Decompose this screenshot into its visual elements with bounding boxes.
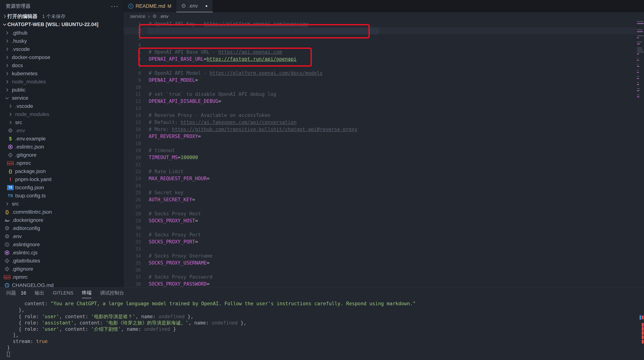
tree-item-pnpm-lock.yaml[interactable]: !pnpm-lock.yaml (0, 175, 123, 184)
tree-item-.gitignore[interactable]: .gitignore (0, 265, 123, 273)
tree-item-.commitlintrc.json[interactable]: {}.commitlintrc.json (0, 208, 123, 216)
tree-item-public[interactable]: public (0, 86, 123, 94)
code-line-17[interactable]: 17API_REVERSE_PROXY= (124, 133, 644, 140)
tab-env[interactable]: ⚙ .env ● (176, 0, 212, 12)
tree-item-.npmrc[interactable]: npm.npmrc (0, 159, 123, 167)
tree-item-.env[interactable]: ⚙.env (0, 126, 123, 135)
tree-item-kubernetes[interactable]: kubernetes (0, 69, 123, 78)
line-number: 8 (124, 70, 141, 76)
terminal[interactable]: content: "You are ChatGPT, a large langu… (0, 298, 644, 358)
tree-item-docker-compose[interactable]: docker-compose (0, 53, 123, 61)
code-line-32[interactable]: 32SOCKS_PROXY_PORT= (124, 238, 644, 245)
code-text: OPENAI_API_DISABLE_DEBUG= (149, 98, 221, 104)
tree-item-.eslintignore[interactable]: .eslintignore (0, 241, 123, 249)
code-line-23[interactable]: 23MAX_REQUEST_PER_HOUR= (124, 175, 644, 182)
tree-item-.npmrc[interactable]: npm.npmrc (0, 273, 123, 281)
tree-item-.eslintrc.cjs[interactable]: .eslintrc.cjs (0, 249, 123, 257)
code-line-1[interactable]: 1# OpenAI API Key - https://platform.ope… (124, 20, 644, 27)
tree-item-label: .github (12, 30, 28, 36)
minimap-line-mark (637, 47, 642, 48)
code-line-11[interactable]: 11# set `true` to disable OpenAI API deb… (124, 91, 644, 98)
code-line-38[interactable]: 38SOCKS_PROXY_PASSWORD= (124, 281, 644, 288)
code-line-19[interactable]: 19# timeout (124, 147, 644, 154)
tree-item-.dockerignore[interactable]: .dockerignore (0, 216, 123, 224)
line-number: 25 (124, 190, 141, 195)
code-line-5[interactable]: 5# OpenAI API Base URL - https://api.ope… (124, 48, 644, 55)
code-line-8[interactable]: 8# OpenAI API Model - https://platform.o… (124, 69, 644, 77)
code-line-27[interactable]: 27 (124, 203, 644, 210)
code-line-18[interactable]: 18 (124, 140, 644, 147)
code-line-10[interactable]: 10 (124, 84, 644, 91)
tree-item-label: .husky (12, 38, 27, 44)
chevron-down-icon (2, 22, 8, 27)
code-line-16[interactable]: 16# More: https://github.com/transitive-… (124, 126, 644, 133)
chevron-right-icon (7, 112, 14, 117)
code-text: # Socks Proxy Port (149, 232, 201, 238)
tree-item-.vscode[interactable]: .vscode (0, 45, 123, 53)
code-line-3[interactable]: 3 (124, 34, 644, 41)
tree-item-src[interactable]: src (0, 200, 123, 208)
code-line-12[interactable]: 12OPENAI_API_DISABLE_DEBUG= (124, 98, 644, 105)
code-line-28[interactable]: 28# Socks Proxy Host (124, 210, 644, 217)
tab-readme[interactable]: i README.md M (124, 0, 176, 12)
tree-item-package.json[interactable]: {}package.json (0, 167, 123, 175)
panel-tab-output[interactable]: 输出 (35, 288, 44, 298)
tree-item-src[interactable]: src (0, 118, 123, 126)
breadcrumb-file[interactable]: .env (160, 13, 168, 19)
tree-item-.env.example[interactable]: $.env.example (0, 135, 123, 143)
code-line-6[interactable]: 6OPENAI_API_BASE_URL=https://fastgpt.run… (124, 55, 644, 62)
code-line-22[interactable]: 22# Rate Limit (124, 168, 644, 175)
code-line-21[interactable]: 21 (124, 161, 644, 168)
more-actions-icon[interactable]: ··· (111, 2, 118, 10)
code-line-20[interactable]: 20TIMEOUT_MS=100000 (124, 154, 644, 161)
tree-item-tsconfig.json[interactable]: TStsconfig.json (0, 184, 123, 192)
code-line-35[interactable]: 35SOCKS_PROXY_USERNAME= (124, 259, 644, 266)
panel-tab-problems[interactable]: 问题16 (6, 288, 26, 298)
panel-tab-debug-console[interactable]: 调试控制台 (100, 288, 124, 298)
code-line-7[interactable]: 7 (124, 62, 644, 69)
minimap-line-mark (637, 82, 639, 83)
tree-item-node_modules[interactable]: node_modules (0, 110, 123, 118)
tree-item-label: .gitattributes (12, 258, 40, 264)
panel-tab-label: 终端 (82, 290, 92, 296)
tree-item-.gitattributes[interactable]: .gitattributes (0, 257, 123, 265)
tree-item-label: .dockerignore (12, 217, 43, 223)
code-line-37[interactable]: 37# Socks Proxy Password (124, 273, 644, 281)
tree-item-.editorconfig[interactable]: ⚙.editorconfig (0, 224, 123, 232)
code-line-30[interactable]: 30 (124, 224, 644, 231)
code-line-2[interactable]: 2OPENAI_API_KEY=fastgpt-y6b3axfbdd5wyp01… (124, 27, 644, 34)
code-line-25[interactable]: 25# Secret key (124, 189, 644, 196)
code-line-4[interactable]: 4 (124, 41, 644, 48)
code-line-34[interactable]: 34# Socks Proxy Username (124, 252, 644, 259)
workspace-root[interactable]: CHATGPT-WEB [WSL: UBUNTU-22.04] (0, 20, 123, 28)
code-line-24[interactable]: 24 (124, 182, 644, 189)
code-line-15[interactable]: 15# Default: https://ai.fakeopen.com/api… (124, 119, 644, 126)
tree-item-tsup.config.ts[interactable]: TStsup.config.ts (0, 192, 123, 200)
code-line-29[interactable]: 29SOCKS_PROXY_HOST= (124, 217, 644, 224)
code-editor[interactable]: 1# OpenAI API Key - https://platform.ope… (124, 20, 644, 288)
code-line-31[interactable]: 31# Socks Proxy Port (124, 231, 644, 238)
tree-item-label: docker-compose (12, 54, 50, 60)
tree-item-.gitignore[interactable]: .gitignore (0, 151, 123, 159)
tree-item-docs[interactable]: docs (0, 61, 123, 69)
code-line-9[interactable]: 9OPENAI_API_MODEL= (124, 77, 644, 84)
code-line-26[interactable]: 26AUTH_SECRET_KEY= (124, 196, 644, 203)
tree-item-.husky[interactable]: .husky (0, 37, 123, 45)
panel-tab-gitlens[interactable]: GITLENS (53, 288, 73, 298)
code-line-36[interactable]: 36 (124, 266, 644, 273)
breadcrumb-folder[interactable]: service (130, 13, 145, 19)
code-line-33[interactable]: 33 (124, 245, 644, 252)
unsaved-dot-icon[interactable]: ● (205, 3, 208, 8)
open-editors-section[interactable]: 打开的编辑器 1 个未保存 (0, 12, 123, 20)
tree-item-.github[interactable]: .github (0, 29, 123, 37)
tree-item-service[interactable]: service (0, 94, 123, 102)
panel-tab-terminal[interactable]: 终端 (82, 288, 92, 298)
tree-item-.vscode[interactable]: .vscode (0, 102, 123, 110)
minimap-line-mark (637, 21, 643, 22)
tree-item-.env[interactable]: ⚙.env (0, 232, 123, 241)
code-line-13[interactable]: 13 (124, 105, 644, 112)
tree-item-.eslintrc.json[interactable]: .eslintrc.json (0, 143, 123, 151)
minimap[interactable] (636, 20, 644, 288)
code-line-14[interactable]: 14# Reverse Proxy - Available on accessT… (124, 112, 644, 119)
tree-item-node_modules[interactable]: node_modules (0, 78, 123, 86)
